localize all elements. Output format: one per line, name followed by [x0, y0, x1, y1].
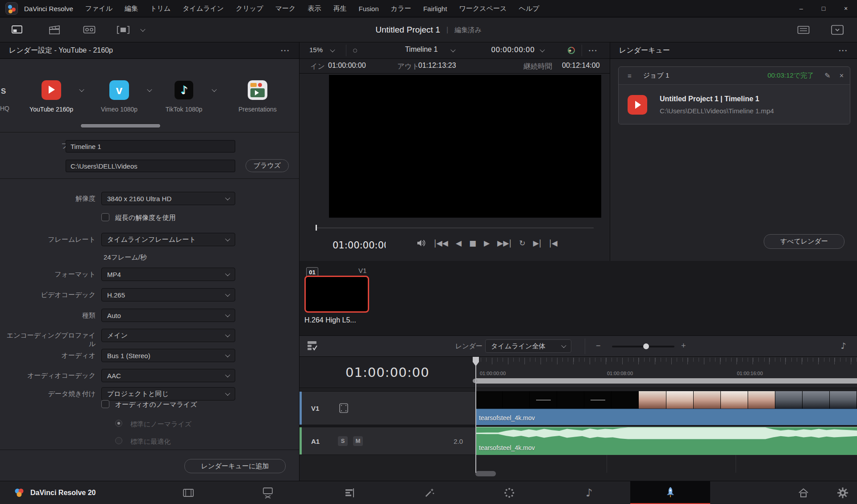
solo-button[interactable]: S: [338, 436, 348, 446]
add-to-render-queue-button[interactable]: レンダーキューに追加: [184, 459, 286, 473]
scrub-playhead[interactable]: [316, 225, 317, 231]
drag-handle-icon[interactable]: ≡: [628, 72, 632, 79]
video-clip[interactable]: tearsofsteel_4k.mov: [475, 391, 857, 425]
browse-button[interactable]: ブラウズ: [245, 159, 289, 172]
remove-job-icon[interactable]: ×: [840, 72, 844, 80]
preset-vimeo[interactable]: v Vimeo 1080p: [92, 80, 146, 113]
track-header-v1[interactable]: V1: [300, 391, 475, 425]
menu-help[interactable]: ヘルプ: [519, 4, 539, 13]
clip-thumbnail[interactable]: [304, 276, 369, 313]
page-deliver-active[interactable]: [630, 481, 710, 504]
gear-icon[interactable]: [830, 481, 855, 504]
skip-first-frame-button[interactable]: |◀◀: [434, 239, 448, 248]
menu-clip[interactable]: クリップ: [236, 4, 263, 13]
zoom-out-icon[interactable]: −: [596, 341, 601, 351]
audio-codec-select[interactable]: AAC: [101, 369, 235, 382]
close-button[interactable]: ×: [835, 0, 857, 17]
zoom-in-icon[interactable]: +: [681, 341, 686, 351]
format-select[interactable]: MP4: [101, 268, 235, 281]
menu-edit[interactable]: 編集: [125, 4, 138, 13]
layout-expand-icon[interactable]: [829, 23, 845, 37]
timecode-chevron-icon[interactable]: [540, 47, 545, 52]
stop-button[interactable]: ■: [469, 239, 476, 248]
render-jobs-icon[interactable]: [307, 340, 319, 352]
loop-button[interactable]: ↻: [519, 239, 525, 248]
play-reverse-button[interactable]: ◀: [456, 239, 462, 248]
skip-last-frame-button[interactable]: ▶▶|: [497, 239, 512, 248]
preset-partial-icon[interactable]: S: [1, 87, 6, 96]
menu-trim[interactable]: トリム: [150, 4, 171, 13]
maximize-button[interactable]: □: [812, 0, 835, 17]
audio-normalize-checkbox[interactable]: [101, 400, 109, 408]
menu-fusion[interactable]: Fusion: [358, 5, 379, 12]
audio-clip[interactable]: tearsofsteel_4k.mov: [475, 427, 857, 455]
menu-fairlight[interactable]: Fairlight: [423, 5, 447, 12]
play-to-out-button[interactable]: ▶|: [533, 239, 541, 248]
timeline-chevron-icon[interactable]: [450, 47, 455, 52]
menu-timeline[interactable]: タイムライン: [183, 4, 224, 13]
presets-scrollbar[interactable]: [80, 124, 161, 128]
page-color-icon[interactable]: [497, 481, 522, 504]
resolution-select[interactable]: 3840 x 2160 Ultra HD: [101, 192, 235, 205]
preset-youtube-chevron-icon[interactable]: [79, 87, 84, 92]
page-fusion-icon[interactable]: [417, 481, 442, 504]
vertical-resolution-checkbox[interactable]: [101, 213, 109, 221]
viewer-timeline-name[interactable]: Timeline 1: [395, 45, 448, 54]
menu-color[interactable]: カラー: [391, 4, 412, 13]
preset-partial-label[interactable]: HQ: [0, 105, 9, 112]
page-edit-icon[interactable]: [337, 481, 362, 504]
playhead-handle[interactable]: [473, 357, 479, 366]
preset-tiktok[interactable]: ♪ ♪ TikTok 1080p: [157, 80, 211, 113]
home-icon[interactable]: [791, 481, 816, 504]
optimize-standard-radio[interactable]: [115, 437, 122, 444]
audio-waveform-toggle-icon[interactable]: ♪: [841, 341, 846, 351]
filename-input[interactable]: [66, 140, 235, 153]
menu-file[interactable]: ファイル: [85, 4, 112, 13]
viewer-menu-icon[interactable]: •••: [589, 48, 598, 53]
page-fairlight-icon[interactable]: ♪: [577, 481, 602, 504]
framerate-select[interactable]: タイムラインフレームレート: [101, 233, 235, 246]
preset-tiktok-chevron-icon[interactable]: [212, 87, 216, 92]
location-input[interactable]: [66, 160, 235, 172]
zoom-level[interactable]: 15%: [309, 46, 323, 54]
zoom-chevron-icon[interactable]: [330, 47, 335, 52]
page-cut-icon[interactable]: [255, 481, 280, 504]
data-burn-select[interactable]: プロジェクトと同じ: [101, 387, 235, 401]
timeline-playhead[interactable]: [472, 357, 479, 473]
audio-select[interactable]: Bus 1 (Stereo): [101, 349, 235, 362]
menu-view[interactable]: 表示: [308, 4, 321, 13]
preset-vimeo-chevron-icon[interactable]: [147, 87, 152, 92]
minimize-button[interactable]: –: [790, 0, 812, 17]
render-job-card[interactable]: ≡ ジョブ 1 00:03:12で完了 ✎ × Untitled Project…: [618, 66, 850, 124]
viewer-timecode[interactable]: 00:00:00:00: [491, 45, 535, 54]
encoding-profile-select[interactable]: メイン: [101, 329, 235, 342]
menu-mark[interactable]: マーク: [275, 4, 296, 13]
render-all-button[interactable]: すべてレンダー: [764, 234, 845, 249]
transport-timecode: 01:00:00:00: [333, 240, 386, 251]
edit-job-icon[interactable]: ✎: [824, 71, 830, 80]
timeline-zoom-slider[interactable]: [612, 346, 674, 347]
render-queue-menu-icon[interactable]: •••: [839, 48, 848, 53]
normalize-standard-radio[interactable]: [115, 420, 122, 427]
menu-playback[interactable]: 再生: [333, 4, 346, 13]
type-select[interactable]: Auto: [101, 309, 235, 322]
preset-youtube[interactable]: YouTube 2160p: [25, 80, 78, 113]
zoom-slider-thumb[interactable]: [643, 343, 649, 349]
menu-workspace[interactable]: ワークスペース: [459, 4, 507, 13]
speaker-icon[interactable]: [416, 239, 426, 247]
video-codec-select[interactable]: H.265: [101, 288, 235, 302]
render-range-select[interactable]: タイムライン全体: [485, 339, 571, 353]
preset-presentations[interactable]: Presentations: [231, 80, 284, 113]
keyboard-panel-icon[interactable]: [795, 23, 811, 37]
mute-button[interactable]: M: [353, 436, 363, 446]
viewer-scrub-bar[interactable]: [316, 227, 594, 228]
render-settings-menu-icon[interactable]: •••: [281, 48, 290, 53]
track-header-a1[interactable]: A1 S M 2.0: [300, 427, 475, 455]
play-from-in-button[interactable]: |◀: [549, 239, 557, 248]
render-range-indicator[interactable]: [475, 378, 857, 384]
menu-app[interactable]: DaVinci Resolve: [24, 5, 73, 12]
grade-bypass-icon[interactable]: [566, 45, 576, 55]
page-media-icon[interactable]: [176, 481, 201, 504]
play-button[interactable]: ▶: [484, 239, 490, 248]
app-logo-icon[interactable]: [5, 2, 18, 15]
